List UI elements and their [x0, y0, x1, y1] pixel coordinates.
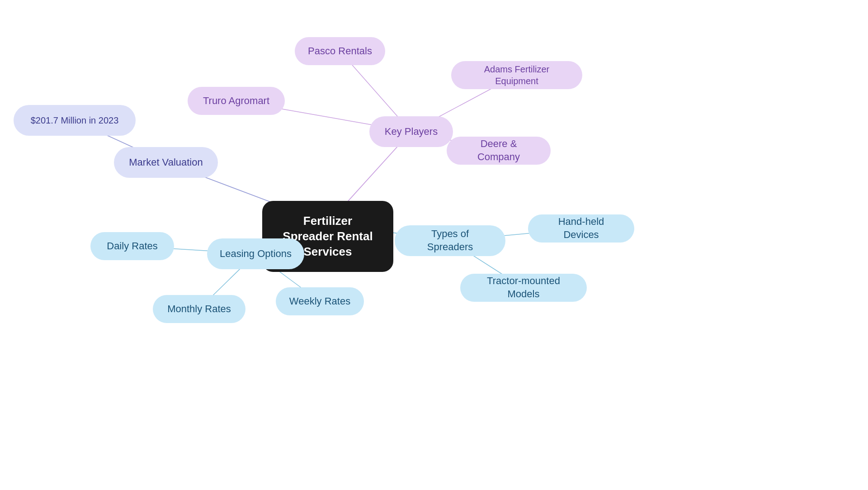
market-value-node: $201.7 Million in 2023: [14, 105, 136, 136]
pasco-rentals-node: Pasco Rentals: [295, 37, 385, 65]
leasing-options-node: Leasing Options: [207, 238, 304, 269]
adams-fertilizer-node: Adams Fertilizer Equipment: [451, 61, 582, 89]
monthly-rates-node: Monthly Rates: [153, 295, 245, 323]
key-players-node: Key Players: [369, 116, 453, 147]
handheld-devices-node: Hand-held Devices: [528, 214, 634, 243]
market-valuation-node: Market Valuation: [114, 147, 218, 178]
deere-company-node: Deere & Company: [447, 137, 551, 165]
daily-rates-node: Daily Rates: [90, 232, 174, 260]
weekly-rates-node: Weekly Rates: [276, 287, 364, 315]
truro-agromart-node: Truro Agromart: [188, 87, 285, 115]
types-of-spreaders-node: Types of Spreaders: [395, 225, 505, 256]
tractor-mounted-node: Tractor-mounted Models: [460, 274, 587, 302]
